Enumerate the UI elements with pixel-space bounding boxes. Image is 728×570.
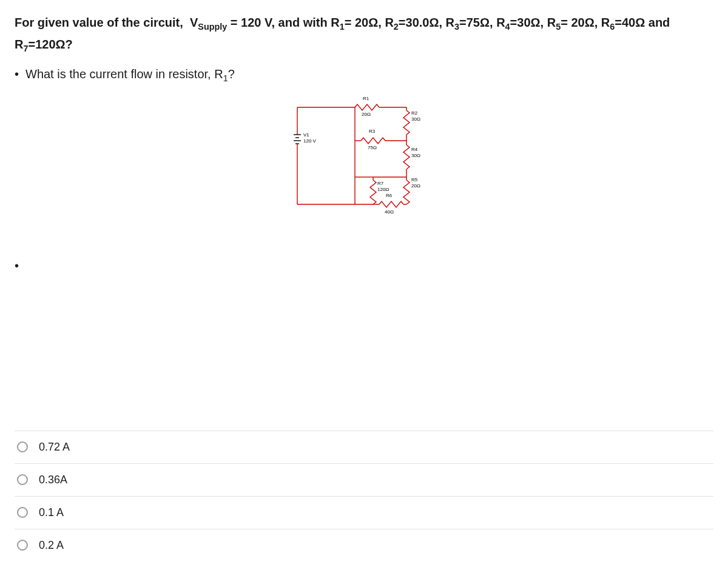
svg-text:40Ω: 40Ω xyxy=(385,209,394,215)
question-stem: For given value of the circuit, VSupply … xyxy=(15,12,713,56)
svg-text:30Ω: 30Ω xyxy=(411,116,420,122)
option-3[interactable]: 0.1 A xyxy=(15,496,713,529)
resistor-r5: R5 20Ω xyxy=(403,177,420,204)
svg-text:V1: V1 xyxy=(303,132,309,138)
resistor-r4: R4 30Ω xyxy=(403,141,420,177)
svg-text:R4: R4 xyxy=(411,147,418,152)
svg-text:75Ω: 75Ω xyxy=(368,145,377,150)
resistor-r2: R2 30Ω xyxy=(403,107,420,141)
voltage-source: V1 120 V xyxy=(294,107,317,204)
radio-icon xyxy=(17,507,28,518)
svg-text:R3: R3 xyxy=(369,129,376,134)
radio-icon xyxy=(17,474,28,485)
svg-text:R2: R2 xyxy=(411,110,418,116)
svg-text:R5: R5 xyxy=(411,177,418,183)
option-label: 0.1 A xyxy=(39,506,64,519)
svg-text:120 V: 120 V xyxy=(303,138,317,144)
question-sub: What is the current flow in resistor, R1… xyxy=(25,67,713,83)
option-2[interactable]: 0.36A xyxy=(15,463,713,496)
resistor-r3: R3 75Ω xyxy=(355,129,406,150)
resistor-r7: R7 120Ω xyxy=(355,177,389,204)
option-label: 0.36A xyxy=(39,474,67,486)
svg-text:R6: R6 xyxy=(386,193,393,198)
option-4[interactable]: 0.2 A xyxy=(15,529,713,562)
resistor-r1: R1 20Ω xyxy=(355,96,379,117)
options-group: 0.72 A 0.36A 0.1 A 0.2 A xyxy=(15,431,713,562)
svg-text:20Ω: 20Ω xyxy=(411,183,420,189)
option-1[interactable]: 0.72 A xyxy=(15,431,713,463)
svg-text:R7: R7 xyxy=(377,181,384,186)
svg-text:120Ω: 120Ω xyxy=(377,187,389,192)
circuit-svg: V1 120 V R1 20Ω R2 30Ω R3 75Ω xyxy=(285,89,443,223)
svg-text:30Ω: 30Ω xyxy=(411,153,420,158)
empty-bullet xyxy=(25,259,713,273)
svg-text:20Ω: 20Ω xyxy=(362,112,371,117)
radio-icon xyxy=(17,441,28,452)
option-label: 0.72 A xyxy=(39,441,70,454)
resistor-r6: R6 40Ω xyxy=(373,193,406,215)
radio-icon xyxy=(17,540,28,551)
option-label: 0.2 A xyxy=(39,539,64,552)
svg-text:R1: R1 xyxy=(363,96,369,101)
circuit-diagram: V1 120 V R1 20Ω R2 30Ω R3 75Ω xyxy=(15,89,713,223)
